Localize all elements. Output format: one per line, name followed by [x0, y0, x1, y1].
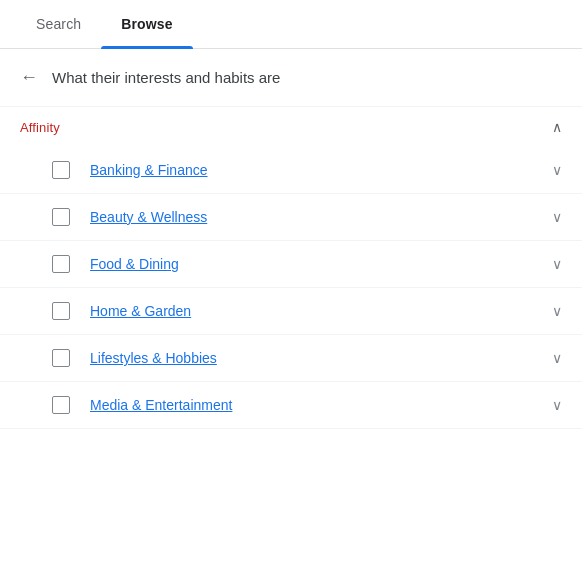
category-label-banking: Banking & Finance: [90, 162, 544, 178]
checkbox-beauty[interactable]: [52, 208, 70, 226]
back-arrow-icon[interactable]: ←: [20, 67, 38, 88]
checkbox-media[interactable]: [52, 396, 70, 414]
list-item[interactable]: Home & Garden ∨: [0, 288, 582, 335]
category-label-media: Media & Entertainment: [90, 397, 544, 413]
tab-search[interactable]: Search: [16, 0, 101, 48]
chevron-down-icon[interactable]: ∨: [552, 303, 562, 319]
chevron-up-icon[interactable]: ∧: [552, 119, 562, 135]
list-item[interactable]: Food & Dining ∨: [0, 241, 582, 288]
category-list: Banking & Finance ∨ Beauty & Wellness ∨ …: [0, 147, 582, 429]
back-title: What their interests and habits are: [52, 69, 280, 86]
checkbox-food[interactable]: [52, 255, 70, 273]
category-label-home: Home & Garden: [90, 303, 544, 319]
checkbox-lifestyles[interactable]: [52, 349, 70, 367]
list-item[interactable]: Lifestyles & Hobbies ∨: [0, 335, 582, 382]
category-label-lifestyles: Lifestyles & Hobbies: [90, 350, 544, 366]
list-item[interactable]: Media & Entertainment ∨: [0, 382, 582, 429]
chevron-down-icon[interactable]: ∨: [552, 209, 562, 225]
chevron-down-icon[interactable]: ∨: [552, 256, 562, 272]
back-row: ← What their interests and habits are: [0, 49, 582, 106]
tab-browse[interactable]: Browse: [101, 0, 192, 48]
list-item[interactable]: Beauty & Wellness ∨: [0, 194, 582, 241]
chevron-down-icon[interactable]: ∨: [552, 397, 562, 413]
checkbox-banking[interactable]: [52, 161, 70, 179]
chevron-down-icon[interactable]: ∨: [552, 350, 562, 366]
affinity-section-header: Affinity ∧: [0, 106, 582, 147]
chevron-down-icon[interactable]: ∨: [552, 162, 562, 178]
section-title: Affinity: [20, 120, 60, 135]
list-item[interactable]: Banking & Finance ∨: [0, 147, 582, 194]
tab-bar: Search Browse: [0, 0, 582, 49]
category-label-food: Food & Dining: [90, 256, 544, 272]
checkbox-home[interactable]: [52, 302, 70, 320]
category-label-beauty: Beauty & Wellness: [90, 209, 544, 225]
